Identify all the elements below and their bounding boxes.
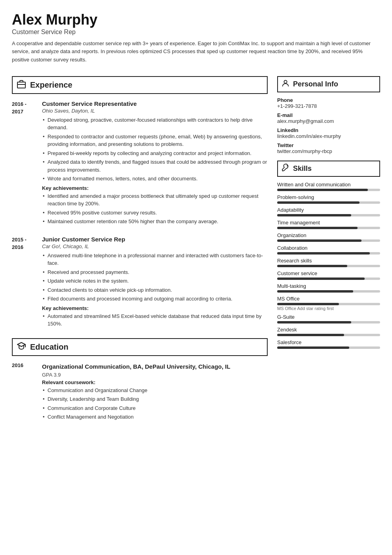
skill-bar-fill-12 xyxy=(277,346,349,349)
skill-item-5: Collaboration xyxy=(277,245,380,255)
skill-bar-bg-0 xyxy=(277,189,380,191)
exp-content-2: Junior Customer Service Rep Car Go!, Chi… xyxy=(42,236,268,330)
experience-list: 2016 - 2017 Customer Service Representat… xyxy=(12,100,268,330)
skill-name-0: Written and Oral communication xyxy=(277,182,380,188)
skills-label: Skills xyxy=(293,165,312,173)
header-section: Alex Murphy Customer Service Rep A coope… xyxy=(12,12,380,71)
skill-bar-fill-4 xyxy=(277,239,362,242)
linkedin-label: LinkedIn xyxy=(277,127,380,133)
skill-bar-bg-11 xyxy=(277,334,380,336)
skill-bar-bg-5 xyxy=(277,252,380,255)
personal-info-section-header: Personal Info xyxy=(277,76,380,92)
skill-bar-bg-2 xyxy=(277,214,380,216)
edu-coursework-label-1: Relevant coursework: xyxy=(42,379,268,385)
coursework-item: Diversity, Leadership and Team Building xyxy=(42,395,268,403)
exp-bullet: Responded to contractor and customer req… xyxy=(42,133,268,148)
resume-container: Alex Murphy Customer Service Rep A coope… xyxy=(0,0,392,438)
exp-bullet: Received and processed payments. xyxy=(42,268,268,276)
exp-content-1: Customer Service Representative Ohio Sav… xyxy=(42,100,268,228)
summary: A cooperative and dependable customer se… xyxy=(12,40,380,64)
exp-bullet: Contacted clients to obtain vehicle pick… xyxy=(42,286,268,294)
exp-bullets-2: Answered multi-line telephone in a profe… xyxy=(42,252,268,303)
skill-name-7: Customer service xyxy=(277,270,380,276)
exp-company-2: Car Go!, Chicago, IL xyxy=(42,243,268,249)
exp-bullet: Developed strong, proactive, customer-fo… xyxy=(42,116,268,132)
right-col: Personal Info Phone +1-299-321-7878 E-ma… xyxy=(277,76,380,426)
skill-bar-bg-4 xyxy=(277,239,380,242)
personal-info-linkedin: LinkedIn linkedin.com/in/alex-murphy xyxy=(277,127,380,139)
education-entry-1: 2016 Organizational Communication, BA, D… xyxy=(12,362,268,422)
candidate-name: Alex Murphy xyxy=(12,12,380,28)
skill-bar-fill-11 xyxy=(277,334,344,336)
twitter-value: twitter.com/murphy-rbcp xyxy=(277,148,380,154)
linkedin-value: linkedin.com/in/alex-murphy xyxy=(277,133,380,139)
exp-bullets-1: Developed strong, proactive, customer-fo… xyxy=(42,116,268,183)
skill-name-4: Organization xyxy=(277,232,380,238)
education-label: Education xyxy=(30,343,69,352)
skill-bar-bg-8 xyxy=(277,290,380,293)
skill-bar-fill-7 xyxy=(277,278,365,280)
exp-title-2: Junior Customer Service Rep xyxy=(42,236,268,243)
email-label: E-mail xyxy=(277,112,380,118)
skill-name-12: Salesforce xyxy=(277,339,380,345)
skill-bar-bg-7 xyxy=(277,278,380,280)
experience-icon xyxy=(17,79,26,91)
personal-info-section: Personal Info Phone +1-299-321-7878 E-ma… xyxy=(277,76,380,154)
achievement-bullet: Identified and amended a major process b… xyxy=(42,192,268,208)
personal-info-phone: Phone +1-299-321-7878 xyxy=(277,97,380,109)
skill-item-12: Salesforce xyxy=(277,339,380,349)
experience-section-header: Experience xyxy=(12,76,268,94)
skill-name-10: G-Suite xyxy=(277,314,380,320)
skills-icon xyxy=(281,163,290,174)
coursework-item: Communication and Organizational Change xyxy=(42,387,268,394)
skill-bar-fill-3 xyxy=(277,227,358,229)
skill-item-4: Organization xyxy=(277,232,380,242)
achievement-bullet: Received 95% positive customer survey re… xyxy=(42,209,268,217)
exp-bullet: Update vehicle notes in the system. xyxy=(42,277,268,285)
skill-item-10: G-Suite xyxy=(277,314,380,323)
skill-name-6: Research skills xyxy=(277,258,380,264)
key-achievements-label-1: Key achievements: xyxy=(42,185,268,191)
personal-info-label: Personal Info xyxy=(293,80,338,88)
skill-name-2: Adaptability xyxy=(277,207,380,213)
skill-item-9: MS OfficeMS Office Add star rating first xyxy=(277,296,380,311)
achievement-bullet: Automated and streamlined MS Excel-based… xyxy=(42,312,268,328)
skill-name-3: Time management xyxy=(277,220,380,226)
skill-item-3: Time management xyxy=(277,220,380,229)
skills-section: Skills Written and Oral communicationPro… xyxy=(277,161,380,349)
skill-item-11: Zendesk xyxy=(277,327,380,336)
skill-bar-bg-12 xyxy=(277,346,380,349)
experience-entry-1: 2016 - 2017 Customer Service Representat… xyxy=(12,100,268,228)
exp-date-2: 2015 - 2016 xyxy=(12,236,36,330)
education-section-header: Education xyxy=(12,338,268,356)
skills-list: Written and Oral communicationProblem-so… xyxy=(277,182,380,349)
skill-bar-fill-9 xyxy=(277,303,339,305)
personal-info-icon xyxy=(281,79,290,90)
skill-item-2: Adaptability xyxy=(277,207,380,216)
skill-name-9: MS Office xyxy=(277,296,380,302)
skill-bar-fill-10 xyxy=(277,321,351,323)
skill-item-0: Written and Oral communication xyxy=(277,182,380,191)
skill-note-9: MS Office Add star rating first xyxy=(277,306,380,311)
skill-item-7: Customer service xyxy=(277,270,380,280)
skill-name-11: Zendesk xyxy=(277,327,380,333)
exp-achievements-1: Identified and amended a major process b… xyxy=(42,192,268,226)
skill-name-1: Problem-solving xyxy=(277,194,380,200)
edu-date-1: 2016 xyxy=(12,362,36,422)
skill-bar-bg-9 xyxy=(277,303,380,305)
skill-bar-fill-5 xyxy=(277,252,370,255)
skill-item-6: Research skills xyxy=(277,258,380,267)
skill-bar-bg-10 xyxy=(277,321,380,323)
skill-bar-fill-0 xyxy=(277,189,368,191)
experience-label: Experience xyxy=(30,80,72,90)
personal-info-twitter: Twitter twitter.com/murphy-rbcp xyxy=(277,142,380,154)
left-col: Experience 2016 - 2017 Customer Service … xyxy=(12,76,268,426)
svg-rect-0 xyxy=(17,82,25,88)
skill-bar-bg-3 xyxy=(277,227,380,229)
exp-company-1: Ohio Saves, Dayton, IL xyxy=(42,108,268,114)
achievement-bullet: Maintained customer retention rate 50% h… xyxy=(42,218,268,226)
email-value: alex.murphy@gmail.com xyxy=(277,118,380,124)
key-achievements-label-2: Key achievements: xyxy=(42,305,268,311)
personal-info-list: Phone +1-299-321-7878 E-mail alex.murphy… xyxy=(277,97,380,154)
twitter-label: Twitter xyxy=(277,142,380,148)
